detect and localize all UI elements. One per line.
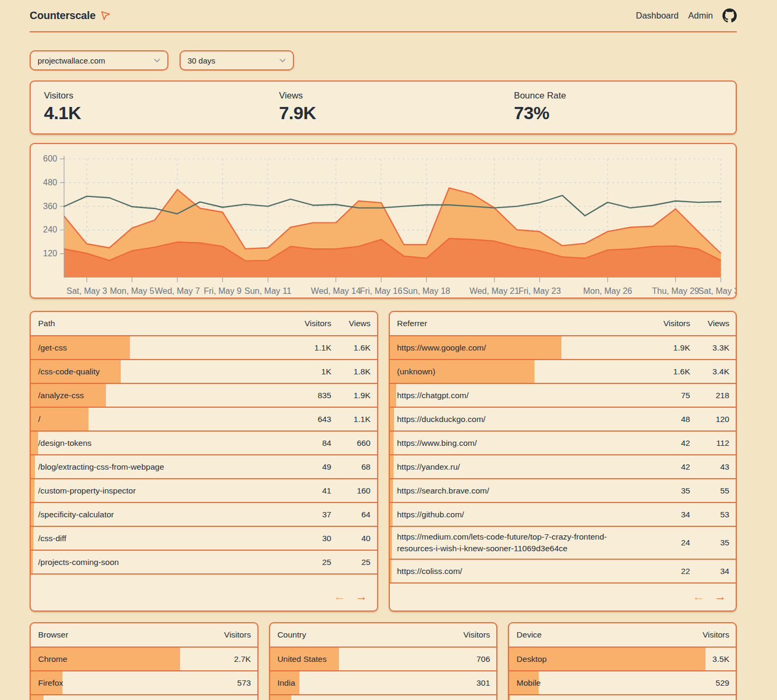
table-row[interactable]: Chrome2.7K bbox=[31, 648, 257, 671]
row-label: Desktop bbox=[516, 653, 682, 665]
table-header-row: CountryVisitors bbox=[270, 623, 497, 648]
column-header: Path bbox=[38, 318, 285, 329]
svg-text:240: 240 bbox=[43, 225, 57, 234]
table-row[interactable]: https://search.brave.com/3555 bbox=[390, 479, 736, 503]
table-row[interactable]: /specificity-calculator3764 bbox=[31, 503, 377, 527]
row-label: /specificity-calculator bbox=[38, 509, 285, 520]
visitors-bar bbox=[390, 527, 392, 559]
date-range-select[interactable]: 30 days bbox=[180, 50, 294, 70]
table-row[interactable]: https://duckduckgo.com/48120 bbox=[390, 408, 736, 432]
svg-text:Sun, May 18: Sun, May 18 bbox=[403, 286, 450, 295]
table-row[interactable]: https://coliss.com/2234 bbox=[390, 560, 736, 584]
table-row[interactable]: /css-diff3040 bbox=[31, 527, 377, 551]
row-views: 112 bbox=[690, 438, 729, 448]
table-row[interactable]: /design-tokens84660 bbox=[31, 432, 377, 455]
table-row[interactable]: (unknown)1.6K3.4K bbox=[390, 360, 736, 384]
svg-text:Mon, May 5: Mon, May 5 bbox=[110, 286, 155, 295]
table-row[interactable]: Desktop3.5K bbox=[509, 648, 736, 671]
row-views: 3.4K bbox=[690, 367, 729, 376]
table-row[interactable]: https://chatgpt.com/75218 bbox=[390, 384, 736, 408]
row-visitors: 643 bbox=[285, 415, 332, 424]
visitors-bar bbox=[390, 560, 392, 582]
row-visitors: 2.7K bbox=[203, 654, 251, 664]
column-header: Visitors bbox=[203, 630, 251, 640]
stat-bounce-rate: Bounce Rate 73% bbox=[501, 91, 736, 133]
table-row[interactable]: /6431.1K bbox=[31, 408, 377, 432]
svg-text:Sat, May 31: Sat, May 31 bbox=[698, 286, 736, 295]
row-visitors: 25 bbox=[285, 558, 332, 567]
row-label: /css-code-quality bbox=[38, 366, 285, 378]
logo[interactable]: Counterscale bbox=[30, 10, 111, 22]
row-visitors: 34 bbox=[644, 510, 690, 519]
row-views: 3.3K bbox=[690, 343, 729, 353]
device-table: DeviceVisitorsDesktop3.5KMobile529Tablet… bbox=[508, 622, 737, 700]
column-header: Browser bbox=[38, 629, 203, 641]
table-row[interactable]: https://github.com/3453 bbox=[390, 503, 736, 527]
table-row[interactable]: /analyze-css8351.9K bbox=[31, 384, 377, 408]
svg-text:Fri, May 9: Fri, May 9 bbox=[204, 286, 242, 295]
row-label: /analyze-css bbox=[38, 390, 285, 401]
row-label: https://chatgpt.com/ bbox=[397, 390, 644, 401]
svg-text:600: 600 bbox=[43, 154, 57, 163]
table-row[interactable]: /css-code-quality1K1.8K bbox=[31, 360, 377, 384]
table-row[interactable]: Spain220 bbox=[270, 695, 497, 700]
site-select-value: projectwallace.com bbox=[38, 56, 105, 65]
table-row[interactable]: Mobile529 bbox=[509, 671, 736, 695]
column-header: Country bbox=[278, 629, 443, 641]
next-page-button[interactable]: → bbox=[714, 590, 726, 603]
nav-admin-link[interactable]: Admin bbox=[688, 11, 713, 21]
table-row[interactable]: https://yandex.ru/4243 bbox=[390, 455, 736, 479]
row-views: 25 bbox=[332, 558, 371, 567]
prev-page-button[interactable]: ← bbox=[334, 590, 346, 603]
table-header-row: DeviceVisitors bbox=[509, 623, 736, 648]
row-views: 1.1K bbox=[332, 415, 371, 424]
row-visitors: 41 bbox=[285, 486, 332, 496]
table-row[interactable]: Edge231 bbox=[31, 695, 257, 700]
row-label: /css-diff bbox=[38, 533, 285, 544]
svg-text:Sat, May 3: Sat, May 3 bbox=[67, 286, 108, 295]
column-header: Visitors bbox=[644, 319, 690, 328]
table-row[interactable]: /projects-coming-soon2525 bbox=[31, 551, 377, 575]
logo-text: Counterscale bbox=[30, 10, 95, 22]
table-row[interactable]: India301 bbox=[270, 671, 497, 695]
row-label: /projects-coming-soon bbox=[38, 557, 285, 568]
svg-text:Wed, May 14: Wed, May 14 bbox=[311, 286, 361, 295]
prev-page-button[interactable]: ← bbox=[692, 590, 704, 603]
row-visitors: 42 bbox=[644, 462, 690, 472]
row-visitors: 529 bbox=[682, 678, 729, 688]
table-header-row: ReferrerVisitorsViews bbox=[390, 312, 736, 336]
visitors-bar bbox=[270, 695, 292, 700]
date-range-value: 30 days bbox=[187, 56, 216, 65]
row-visitors: 84 bbox=[285, 438, 332, 448]
next-page-button[interactable]: → bbox=[355, 590, 368, 603]
visitors-bar bbox=[390, 432, 394, 454]
stat-value: 73% bbox=[514, 103, 736, 123]
table-row[interactable]: United States706 bbox=[270, 648, 497, 671]
table-row[interactable]: Firefox573 bbox=[31, 671, 257, 695]
github-icon[interactable] bbox=[722, 8, 737, 23]
table-row[interactable]: https://medium.com/lets-code-future/top-… bbox=[390, 527, 736, 560]
table-row[interactable]: /blog/extracting-css-from-webpage4968 bbox=[31, 455, 377, 479]
row-label: /get-css bbox=[38, 342, 285, 354]
row-label: United States bbox=[278, 653, 443, 665]
row-visitors: 1K bbox=[285, 367, 332, 376]
row-views: 660 bbox=[332, 438, 371, 448]
table-row[interactable]: Tablet14 bbox=[509, 695, 736, 700]
table-row[interactable]: https://www.bing.com/42112 bbox=[390, 432, 736, 455]
nav-dashboard-link[interactable]: Dashboard bbox=[636, 11, 678, 21]
row-views: 55 bbox=[690, 486, 729, 496]
svg-text:Mon, May 26: Mon, May 26 bbox=[583, 286, 632, 295]
table-row[interactable]: /get-css1.1K1.6K bbox=[31, 336, 377, 360]
visitors-bar bbox=[31, 432, 38, 454]
site-select[interactable]: projectwallace.com bbox=[30, 50, 168, 70]
column-header: Visitors bbox=[682, 630, 729, 640]
row-label: India bbox=[278, 677, 443, 689]
visitors-bar bbox=[390, 384, 397, 407]
row-visitors: 3.5K bbox=[682, 654, 729, 664]
visitors-bar bbox=[509, 695, 510, 700]
table-row[interactable]: https://www.google.com/1.9K3.3K bbox=[390, 336, 736, 360]
row-label: /custom-property-inspector bbox=[38, 485, 285, 497]
table-header-row: PathVisitorsViews bbox=[31, 312, 377, 336]
table-row[interactable]: /custom-property-inspector41160 bbox=[31, 479, 377, 503]
stats-card: Visitors 4.1K Views 7.9K Bounce Rate 73% bbox=[30, 80, 737, 134]
